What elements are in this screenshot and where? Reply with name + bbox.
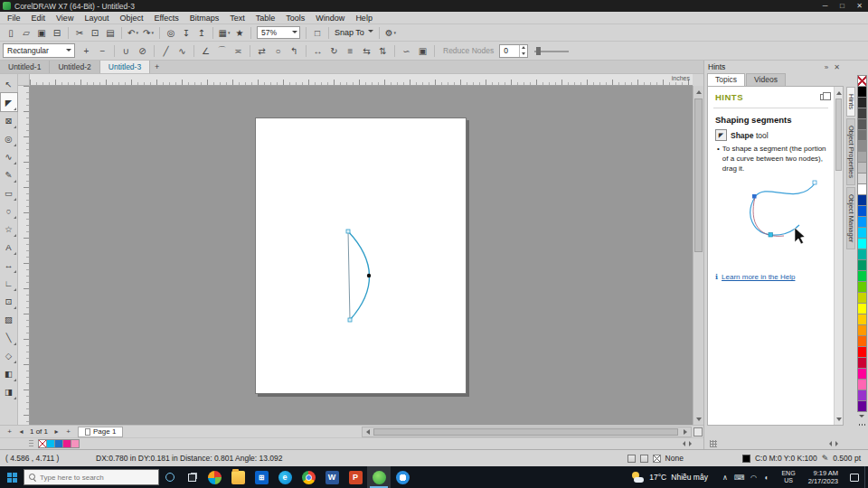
curve-node-bottom[interactable] xyxy=(348,318,352,322)
freehand-tool[interactable]: ∿ xyxy=(1,147,17,165)
taskbar-weather[interactable]: 17°C Nhiều mây xyxy=(623,466,716,488)
redo-icon[interactable]: ↷▾ xyxy=(141,25,156,40)
artistic-media-tool[interactable]: ✎ xyxy=(1,165,17,183)
spinner-arrows[interactable] xyxy=(519,45,527,57)
add-node-icon[interactable]: + xyxy=(79,43,94,59)
new-document-icon[interactable]: ▯ xyxy=(4,25,18,40)
menu-effects[interactable]: Effects xyxy=(148,14,184,23)
vertical-scrollbar[interactable] xyxy=(693,86,703,425)
cortana-button[interactable] xyxy=(159,466,181,488)
taskbar-clock[interactable]: 9:19 AM 2/17/2023 xyxy=(802,466,844,488)
new-document-tab-button[interactable]: + xyxy=(150,61,164,73)
selection-mode-combo[interactable]: Rectangular xyxy=(3,43,75,58)
ruler-origin-button[interactable] xyxy=(18,74,30,86)
outline-pen-tool[interactable]: ◇ xyxy=(1,346,17,364)
application-launcher-icon[interactable]: ▦▾ xyxy=(217,25,231,40)
hidden-icons-chevron[interactable]: ∧ xyxy=(722,474,729,482)
document-tab-untitled-3[interactable]: Untitled-3 xyxy=(100,61,150,73)
taskbar-app-edge[interactable]: e xyxy=(273,466,297,488)
snap-to-dropdown[interactable]: Snap To xyxy=(332,28,376,37)
break-curve-icon[interactable]: ⊘ xyxy=(135,43,150,59)
scroll-right-icon[interactable] xyxy=(681,427,691,436)
docker-close-button[interactable]: ✕ xyxy=(831,63,843,71)
import-icon[interactable]: ↧ xyxy=(179,25,193,40)
menu-bitmaps[interactable]: Bitmaps xyxy=(184,14,225,23)
page-tab[interactable]: Page 1 xyxy=(78,427,123,437)
palette-scroll-right-icon[interactable] xyxy=(689,441,694,446)
docker-tab-object-properties[interactable]: Object Properties xyxy=(846,118,855,185)
document-color-swatch-3[interactable] xyxy=(71,439,80,448)
document-info-icon[interactable] xyxy=(627,455,636,463)
previous-page-button[interactable]: ◂ xyxy=(15,427,27,437)
crop-tool[interactable]: ⊠ xyxy=(1,111,17,129)
taskbar-search[interactable] xyxy=(24,469,159,485)
taskbar-app-word[interactable]: W xyxy=(320,466,344,488)
menu-window[interactable]: Window xyxy=(310,14,350,23)
search-content-icon[interactable]: ◎ xyxy=(164,25,178,40)
hints-tab-videos[interactable]: Videos xyxy=(746,73,786,86)
scroll-up-icon[interactable] xyxy=(835,87,843,98)
join-nodes-icon[interactable]: ∪ xyxy=(118,43,134,59)
selected-node[interactable] xyxy=(367,274,371,277)
curve-node-top[interactable] xyxy=(346,230,350,233)
fullscreen-preview-icon[interactable]: □ xyxy=(310,25,325,40)
new-window-icon[interactable] xyxy=(820,94,826,100)
docker-tab-object-manager[interactable]: Object Manager xyxy=(846,187,855,249)
start-button[interactable] xyxy=(0,466,24,488)
menu-table[interactable]: Table xyxy=(250,14,281,23)
color-swatch-29[interactable] xyxy=(857,400,867,412)
ellipse-tool[interactable]: ○ xyxy=(1,202,17,220)
hints-scrollbar[interactable] xyxy=(834,87,843,425)
search-input[interactable] xyxy=(40,474,146,482)
keyboard-icon[interactable]: ⌨ xyxy=(734,474,745,482)
taskbar-app-coreldraw-x7[interactable] xyxy=(367,466,391,488)
reduce-nodes-button[interactable]: Reduce Nodes xyxy=(443,46,494,55)
pick-tool[interactable]: ↖ xyxy=(1,75,17,93)
close-curve-icon[interactable]: ○ xyxy=(270,43,286,59)
document-navigator-button[interactable] xyxy=(693,427,703,436)
rotate-nodes-icon[interactable]: ↻ xyxy=(326,43,342,59)
minimize-button[interactable]: ─ xyxy=(816,0,834,12)
select-all-nodes-icon[interactable]: ▣ xyxy=(415,43,430,59)
add-page-button[interactable]: + xyxy=(4,427,15,437)
no-color-swatch[interactable] xyxy=(857,75,867,87)
color-settings-icon[interactable] xyxy=(640,455,648,463)
copy-icon[interactable]: ⊡ xyxy=(88,25,102,40)
scroll-left-icon[interactable] xyxy=(363,427,373,436)
transparency-tool[interactable]: ▨ xyxy=(1,310,17,328)
zoom-tool[interactable]: ◎ xyxy=(1,129,17,147)
curve-smoothness-slider[interactable] xyxy=(533,43,571,59)
hints-scrollbar-thumb[interactable] xyxy=(835,99,842,171)
welcome-screen-icon[interactable]: ★ xyxy=(232,25,247,40)
no-color-swatch[interactable] xyxy=(38,439,47,448)
cusp-node-icon[interactable]: ∠ xyxy=(198,43,213,59)
maximize-button[interactable]: □ xyxy=(834,0,851,12)
menu-view[interactable]: View xyxy=(51,14,79,23)
vertical-scrollbar-thumb[interactable] xyxy=(694,99,703,252)
extract-subpath-icon[interactable]: ↰ xyxy=(287,43,302,59)
palette-scroll-left-icon[interactable] xyxy=(680,441,685,446)
docker-tab-hints[interactable]: Hints xyxy=(846,87,855,117)
elastic-mode-icon[interactable]: ∽ xyxy=(399,43,414,59)
taskbar-app-file-explorer[interactable] xyxy=(226,466,250,488)
curve-smoothness-spinner[interactable]: 0 xyxy=(499,44,528,58)
horizontal-ruler[interactable]: inches xyxy=(30,74,693,86)
reverse-direction-icon[interactable]: ⇄ xyxy=(254,43,269,59)
drawing-canvas[interactable] xyxy=(30,86,693,425)
taskbar-app-powerpoint[interactable]: P xyxy=(344,466,367,488)
delete-node-icon[interactable]: − xyxy=(95,43,110,59)
reflect-horizontal-icon[interactable]: ⇆ xyxy=(359,43,374,59)
text-tool[interactable]: A xyxy=(1,238,17,256)
grid-icon[interactable] xyxy=(710,440,717,447)
shape-tool[interactable]: ◤ xyxy=(1,93,17,111)
horizontal-scrollbar-thumb[interactable] xyxy=(373,428,678,436)
taskbar-app-safari[interactable] xyxy=(391,466,414,488)
stretch-nodes-icon[interactable]: ↔ xyxy=(310,43,326,59)
menu-edit[interactable]: Edit xyxy=(26,14,52,23)
next-page-button[interactable]: ▸ xyxy=(51,427,62,437)
cut-icon[interactable]: ✂ xyxy=(72,25,87,40)
action-center-button[interactable] xyxy=(844,466,864,488)
scroll-down-icon[interactable] xyxy=(835,414,843,425)
menu-layout[interactable]: Layout xyxy=(79,14,114,23)
menu-text[interactable]: Text xyxy=(224,14,250,23)
